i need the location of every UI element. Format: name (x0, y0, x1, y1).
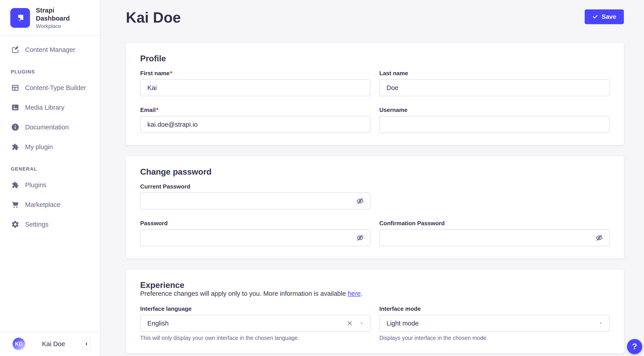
profile-card: Profile First name* Last name Email* Use… (126, 43, 624, 145)
sidebar-item-label: Content-Type Builder (25, 84, 86, 92)
first-name-field: First name* (140, 70, 370, 96)
interface-language-value: English (147, 320, 347, 327)
toggle-password-visibility-button[interactable] (594, 233, 604, 243)
experience-description: Preference changes will apply only to yo… (140, 289, 610, 298)
help-button[interactable]: ? (627, 339, 642, 354)
profile-card-title: Profile (140, 54, 610, 64)
more-info-link[interactable]: here (348, 290, 361, 297)
email-field: Email* (140, 106, 370, 133)
toggle-password-visibility-button[interactable] (355, 196, 365, 206)
interface-mode-helper: Displays your interface in the chosen mo… (379, 334, 610, 341)
main-content: Kai Doe Save Profile First name* Last na… (100, 0, 644, 356)
sidebar-item-settings[interactable]: Settings (0, 214, 100, 234)
chevron-down-icon[interactable] (360, 321, 364, 325)
sidebar-nav: Content Manager PLUGINS Content-Type Bui… (0, 36, 100, 332)
question-mark-icon: ? (632, 342, 637, 351)
interface-language-label: Interface language (140, 306, 370, 312)
avatar: KD (12, 338, 25, 350)
confirmation-password-field: Confirmation Password (379, 220, 610, 246)
password-label: Password (140, 220, 370, 226)
page-header: Kai Doe Save (126, 10, 624, 26)
app-title: Strapi Dashboard (36, 6, 90, 22)
sidebar-item-documentation[interactable]: Documentation (0, 117, 100, 137)
change-password-title: Change password (140, 167, 610, 177)
current-password-input[interactable] (140, 192, 370, 210)
interface-mode-value: Light mode (386, 320, 599, 327)
sidebar-item-content-manager[interactable]: Content Manager (0, 40, 100, 60)
sidebar-item-label: Plugins (25, 181, 46, 189)
clear-icon[interactable] (347, 320, 353, 326)
eye-off-icon (596, 234, 603, 242)
interface-mode-label: Interface mode (379, 306, 610, 312)
save-button-label: Save (602, 13, 616, 20)
sidebar-collapse-button[interactable] (82, 338, 91, 350)
required-asterisk: * (156, 106, 158, 113)
username-input[interactable] (379, 116, 610, 133)
password-input[interactable] (140, 229, 370, 246)
new-password-field: Password (140, 220, 370, 246)
user-name: Kai Doe (25, 340, 82, 348)
email-label: Email* (140, 106, 370, 113)
sidebar-item-label: Marketplace (25, 201, 60, 208)
sidebar-user-area: KD Kai Doe (0, 332, 100, 356)
sidebar-item-label: Settings (25, 221, 48, 228)
sidebar-item-my-plugin[interactable]: My plugin (0, 137, 100, 157)
save-button[interactable]: Save (585, 10, 624, 24)
interface-language-select[interactable]: English (140, 315, 370, 332)
first-name-label: First name* (140, 70, 370, 76)
sidebar-item-label: Media Library (25, 104, 64, 111)
image-icon (11, 103, 20, 112)
required-asterisk: * (170, 70, 172, 76)
workspace-name: Workplace (36, 23, 90, 30)
confirmation-password-label: Confirmation Password (379, 220, 610, 226)
toggle-password-visibility-button[interactable] (355, 233, 365, 243)
sidebar: Strapi Dashboard Workplace Content Manag… (0, 0, 100, 356)
sidebar-item-plugins[interactable]: Plugins (0, 175, 100, 195)
check-icon (592, 14, 598, 20)
layout-icon (11, 83, 20, 92)
sidebar-item-label: My plugin (25, 143, 53, 151)
plugins-section-header: PLUGINS (0, 64, 100, 78)
change-password-card: Change password Current Password (126, 156, 624, 258)
username-field: Username (379, 106, 610, 133)
current-password-field: Current Password (140, 183, 370, 210)
puzzle-icon (11, 180, 20, 190)
pen-icon (11, 45, 20, 54)
first-name-input[interactable] (140, 79, 370, 96)
confirmation-password-input[interactable] (379, 229, 610, 246)
username-label: Username (379, 106, 610, 113)
sidebar-item-media-library[interactable]: Media Library (0, 98, 100, 117)
eye-off-icon (356, 197, 364, 205)
interface-mode-select[interactable]: Light mode (379, 315, 610, 332)
last-name-input[interactable] (379, 79, 610, 96)
chevron-down-icon[interactable] (599, 321, 603, 325)
strapi-logo-icon (10, 8, 30, 28)
info-icon (11, 123, 20, 132)
current-password-label: Current Password (140, 183, 370, 190)
page-title: Kai Doe (126, 10, 181, 26)
sidebar-item-content-type-builder[interactable]: Content-Type Builder (0, 78, 100, 98)
interface-mode-field: Interface mode Light mode Displays your … (379, 306, 610, 341)
experience-card-title: Experience (140, 280, 610, 290)
sidebar-item-label: Documentation (25, 124, 69, 131)
sidebar-item-marketplace[interactable]: Marketplace (0, 195, 100, 214)
interface-language-helper: This will only display your own interfac… (140, 334, 370, 341)
last-name-label: Last name (379, 70, 610, 76)
experience-card: Experience Preference changes will apply… (126, 270, 624, 353)
eye-off-icon (356, 234, 364, 242)
general-section-header: GENERAL (0, 162, 100, 175)
gear-icon (11, 220, 20, 229)
cart-icon (11, 200, 20, 209)
interface-language-field: Interface language English T (140, 306, 370, 341)
chevron-left-icon (84, 342, 89, 346)
email-input[interactable] (140, 116, 370, 133)
workspace-header[interactable]: Strapi Dashboard Workplace (0, 0, 100, 36)
sidebar-item-label: Content Manager (25, 46, 75, 54)
last-name-field: Last name (379, 70, 610, 96)
puzzle-icon (11, 142, 20, 151)
